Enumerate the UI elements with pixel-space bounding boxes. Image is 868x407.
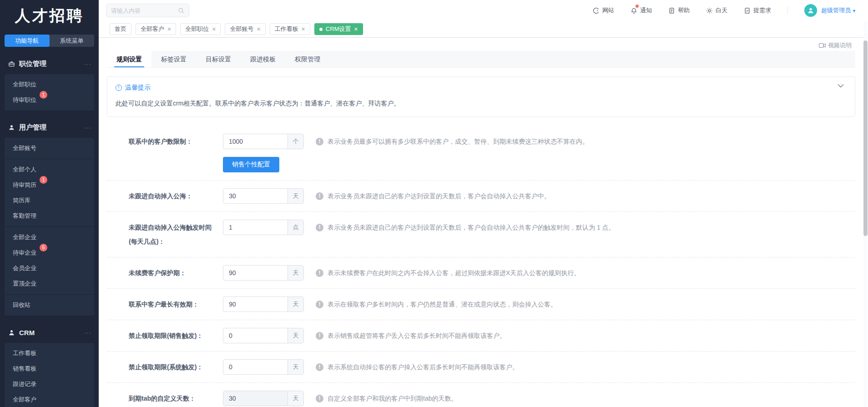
field-label: 联系中的客户数限制： <box>129 134 223 149</box>
count-badge: 1 <box>40 176 47 184</box>
close-icon[interactable]: × <box>212 26 216 32</box>
sidebar-item-pending-jobs[interactable]: 待审职位 1 <box>13 92 54 108</box>
sidebar-item-pending-resumes[interactable]: 待审简历 1 <box>13 177 54 193</box>
sidebar-item-work-board[interactable]: 工作看板 <box>13 346 54 361</box>
info-icon: ! <box>316 192 323 200</box>
tab-followup-template[interactable]: 跟进模板 <box>241 51 285 67</box>
renewal-protection-input-group: 天 <box>223 265 304 281</box>
max-valid-period-input[interactable] <box>223 297 288 312</box>
max-valid-period-input-group: 天 <box>223 296 304 312</box>
tab-work-board[interactable]: 工作看板× <box>270 23 310 35</box>
sidebar-item-member-companies[interactable]: 会员企业 <box>13 261 54 276</box>
sidebar-item-all-accounts[interactable]: 全部账号 <box>13 141 54 156</box>
close-icon[interactable]: × <box>354 26 358 32</box>
feedback-button[interactable]: 提需求 <box>744 6 771 15</box>
form-row-no-followup-days: 未跟进自动掉入公海： 天 ! 表示业务员未跟进自己的客户达到设置的天数后，客户会… <box>107 181 855 212</box>
sidebar-item-sales-board[interactable]: 销售看板 <box>13 361 54 377</box>
claim-ban-system-input[interactable] <box>223 360 288 374</box>
section-title: CRM <box>19 329 35 337</box>
app-title: 人才招聘 <box>0 0 99 26</box>
search-input[interactable] <box>111 7 178 14</box>
trigger-hour-input[interactable] <box>223 220 288 235</box>
field-label: 未跟进自动掉入公海： <box>129 188 223 204</box>
field-description: ! 自定义全部客户和我的客户中到期tab的天数。 <box>316 391 457 406</box>
tab-crm-settings[interactable]: CRM设置× <box>314 23 363 35</box>
close-icon[interactable]: × <box>167 26 171 32</box>
form-row-renewal-protection: 未续费客户保护期： 天 ! 表示未续费客户在此时间之内不会掉入公客，超过则依据未… <box>107 257 855 289</box>
sidebar-item-recycle-bin[interactable]: 回收站 <box>13 297 54 313</box>
info-icon: ! <box>316 363 323 371</box>
trigger-hour-input-group: 点 <box>223 220 304 235</box>
tab-all-accounts[interactable]: 全部账号× <box>225 23 265 35</box>
tab-target-settings[interactable]: 目标设置 <box>196 51 241 67</box>
section-title: 用户管理 <box>19 123 46 132</box>
close-icon[interactable]: × <box>302 26 305 32</box>
username: 超级管理员▼ <box>821 6 856 15</box>
tab-home[interactable]: 首页 <box>110 23 131 35</box>
more-icon[interactable]: ··· <box>84 329 91 336</box>
unit-suffix: 天 <box>288 189 303 203</box>
expired-tab-days-input-group: 天 <box>223 391 304 406</box>
form-row-claim-ban-system: 禁止领取期限(系统触发)： 天 ! 表示系统自动掉公客的客户掉入公客后多长时间不… <box>107 352 855 383</box>
sidebar: 人才招聘 功能导航 系统菜单 职位管理 ··· 全部职位 待审职位 1 用户管理… <box>0 0 99 407</box>
search-box <box>106 4 189 17</box>
sidebar-item-all-persons[interactable]: 全部个人 <box>13 162 54 177</box>
more-icon[interactable]: ··· <box>84 124 91 131</box>
tab-all-jobs[interactable]: 全部职位× <box>180 23 221 35</box>
sidebar-tab-function-nav[interactable]: 功能导航 <box>5 35 50 47</box>
field-label: 禁止领取期限(系统触发)： <box>129 359 223 375</box>
sidebar-item-all-customers[interactable]: 全部客户 <box>13 392 54 407</box>
close-icon[interactable]: × <box>257 26 260 32</box>
search-icon[interactable] <box>178 7 184 14</box>
field-description: ! 表示业务员未跟进自己的客户达到设置的天数后，客户会自动掉入公共客户中。 <box>316 188 550 204</box>
vertical-scrollbar[interactable] <box>863 21 868 407</box>
user-menu[interactable]: 超级管理员▼ <box>804 4 856 17</box>
tab-tag-settings[interactable]: 标签设置 <box>151 51 196 67</box>
tab-permission-mgmt[interactable]: 权限管理 <box>285 51 330 67</box>
info-icon: ! <box>316 269 323 277</box>
theme-toggle-button[interactable]: 白天 <box>706 6 727 15</box>
expired-tab-days-input[interactable] <box>223 391 288 406</box>
field-label: 未续费客户保护期： <box>129 265 223 281</box>
scrollbar-thumb[interactable] <box>863 40 868 236</box>
section-card-users: 全部账号 全部个人 待审简历 1 简历库 客勤管理 全部企业 待审企业 5 会员… <box>5 138 94 316</box>
topbar: 网站 通知 帮助 白天 提需求 <box>99 0 868 21</box>
section-card-jobs: 全部职位 待审职位 1 <box>5 74 94 111</box>
video-help-link[interactable]: 视频说明 <box>819 41 852 50</box>
contact-limit-input[interactable] <box>223 134 288 149</box>
globe-icon <box>593 7 600 14</box>
website-button[interactable]: 网站 <box>593 6 614 15</box>
avatar <box>804 4 817 17</box>
form-row-max-valid-period: 联系中客户最长有效期： 天 ! 表示在领取客户多长时间内，客户仍然是普通、潜在或… <box>107 289 855 320</box>
sales-custom-config-button[interactable]: 销售个性配置 <box>223 157 279 172</box>
crm-rules-form: 联系中的客户数限制： 个 销售个性配置 ! 表示业务员最多可以拥有多少联系中的客… <box>107 126 855 407</box>
divider <box>787 6 788 15</box>
sidebar-item-pending-companies[interactable]: 待审企业 5 <box>13 245 54 261</box>
sidebar-item-all-companies[interactable]: 全部企业 <box>13 230 54 245</box>
user-icon <box>8 124 15 131</box>
field-description: ! 表示在领取客户多长时间内，客户仍然是普通、潜在或意向状态，则会掉入公客。 <box>316 296 557 312</box>
count-badge: 5 <box>40 244 47 251</box>
settings-tabs: 规则设置 标签设置 目标设置 跟进模板 权限管理 <box>107 51 855 68</box>
sidebar-item-attendance[interactable]: 客勤管理 <box>13 208 54 224</box>
unit-suffix: 天 <box>288 266 303 280</box>
claim-ban-sales-input[interactable] <box>223 328 288 343</box>
sidebar-tab-system-menu[interactable]: 系统菜单 <box>50 35 95 47</box>
sidebar-item-followup-records[interactable]: 跟进记录 <box>13 377 54 392</box>
tab-all-customers[interactable]: 全部客户× <box>136 23 176 35</box>
sidebar-item-resume-library[interactable]: 简历库 <box>13 193 54 208</box>
section-title: 职位管理 <box>19 60 46 68</box>
no-followup-days-input[interactable] <box>223 189 288 203</box>
tab-rule-settings[interactable]: 规则设置 <box>107 51 151 67</box>
sidebar-item-all-jobs[interactable]: 全部职位 <box>13 77 54 92</box>
field-label: 禁止领取期限(销售触发)： <box>129 328 223 343</box>
more-icon[interactable]: ··· <box>84 60 91 67</box>
notifications-button[interactable]: 通知 <box>631 6 652 15</box>
help-button[interactable]: 帮助 <box>668 6 690 15</box>
chevron-down-icon[interactable] <box>838 84 844 88</box>
renewal-protection-input[interactable] <box>223 266 288 280</box>
form-row-trigger-hour: 未跟进自动掉入公海触发时间 (每天几点)： 点 ! 表示业务员未跟进自己的客户达… <box>107 212 855 257</box>
field-description: ! 表示未续费客户在此时间之内不会掉入公客，超过则依据未跟进X天后入公客的规则执… <box>316 265 580 281</box>
person-icon <box>8 329 15 336</box>
sidebar-item-top-companies[interactable]: 置顶企业 <box>13 276 54 291</box>
